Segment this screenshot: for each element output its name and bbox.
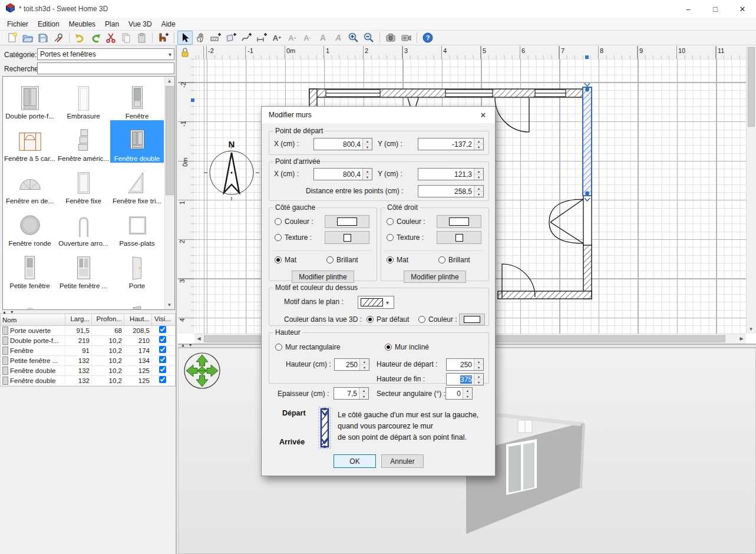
new-document-icon[interactable] [5,31,20,45]
redo-icon[interactable] [88,31,103,45]
start-y-spinner[interactable]: -137,2 ▲▼ [418,138,484,150]
catalog-item[interactable]: Fenêtre à 5 car... [3,120,57,163]
spin-up-icon[interactable]: ▲ [474,138,483,144]
spin-up-icon[interactable]: ▲ [474,359,483,365]
catalog-item[interactable] [110,290,164,310]
left-shiny-radio[interactable] [326,256,334,263]
visible-checkbox[interactable] [159,346,166,353]
spin-down-icon[interactable]: ▼ [474,144,483,150]
catalog-item[interactable]: Fenêtre en de... [3,163,57,205]
start-x-spinner[interactable]: 800,4 ▲▼ [313,138,372,150]
rectangular-wall-radio[interactable] [275,344,282,351]
zoom-out-icon[interactable] [361,31,377,45]
italic-icon[interactable]: A [331,31,346,45]
selected-wall[interactable] [583,83,592,201]
catalog-item[interactable]: Fenêtre améric... [57,120,110,163]
rect-height-spinner[interactable]: 250 ▲▼ [334,358,369,371]
catalog-item[interactable]: Fenêtre fixe tri... [110,163,164,205]
right-texture-button[interactable] [437,231,481,244]
spin-up-icon[interactable]: ▲ [474,169,483,174]
scroll-left-icon[interactable]: ◀ [194,334,203,343]
visible-checkbox[interactable] [159,356,166,363]
create-rooms-icon[interactable] [223,31,239,45]
scroll-down-icon[interactable]: ▼ [165,301,174,309]
catalog-item[interactable]: Porte [110,248,164,290]
spin-up-icon[interactable]: ▲ [474,374,483,380]
spin-down-icon[interactable]: ▼ [474,380,483,385]
cancel-button[interactable]: Annuler [381,454,424,468]
visible-checkbox[interactable] [159,336,166,343]
spin-up-icon[interactable]: ▲ [363,138,372,144]
dialog-close-icon[interactable]: ✕ [471,107,495,123]
spin-down-icon[interactable]: ▼ [474,192,483,197]
spin-down-icon[interactable]: ▼ [363,144,372,150]
catalog-item[interactable]: Passe-plats [110,205,164,248]
end-height-spinner[interactable]: 375 ▲▼ [446,373,484,385]
spin-down-icon[interactable]: ▼ [363,174,372,180]
cut-icon[interactable] [103,31,118,45]
catalog-item[interactable]: Fenêtre [110,78,164,120]
right-texture-radio[interactable] [387,234,394,241]
category-dropdown[interactable]: Portes et fenêtres ▾ [37,48,174,60]
compass[interactable]: N [204,139,259,200]
table-row[interactable]: Fenêtre double 132 10,2 125 [1,366,175,376]
start-height-spinner[interactable]: 250 ▲▼ [446,358,484,371]
spin-up-icon[interactable]: ▲ [463,388,472,394]
catalog-item-selected[interactable]: Fenêtre double [110,120,164,163]
end-y-spinner[interactable]: 121,3 ▲▼ [418,168,484,180]
zoom-in-icon[interactable] [346,31,361,45]
spin-up-icon[interactable]: ▲ [360,359,369,365]
menu-edition[interactable]: Edition [33,19,64,29]
scroll-up-icon[interactable]: ▲ [165,77,174,85]
menu-fichier[interactable]: Fichier [2,19,33,29]
ok-button[interactable]: OK [334,454,376,468]
create-walls-icon[interactable] [208,31,223,45]
pan-tool-icon[interactable] [193,31,208,45]
select-tool-icon[interactable] [177,31,193,45]
catalog-item[interactable]: Embrasure [57,78,110,120]
thickness-spinner[interactable]: 7,5 ▲▼ [334,387,369,400]
catalog-item[interactable]: Double porte-f... [3,78,57,120]
spin-down-icon[interactable]: ▼ [463,394,472,399]
menu-aide[interactable]: Aide [157,19,180,29]
visible-checkbox[interactable] [159,326,166,333]
visible-checkbox[interactable] [159,376,166,383]
table-row[interactable]: Porte ouverte 91,5 68 208,5 [1,326,175,336]
left-matt-radio[interactable] [275,256,282,263]
right-color-button[interactable] [437,215,481,228]
create-photo-icon[interactable] [383,31,398,45]
table-row[interactable]: Double porte-f... 219 10,2 210 [1,336,175,346]
save-icon[interactable] [35,31,51,45]
spin-up-icon[interactable]: ▲ [474,186,483,192]
table-row[interactable]: Fenêtre 91 10,2 174 [1,346,175,356]
top-color-button[interactable] [459,314,485,325]
maximize-button[interactable]: □ [702,0,729,18]
column-hauteur[interactable]: Haut... [124,314,152,325]
catalog-item[interactable]: Fenêtre fixe [57,163,110,205]
right-matt-radio[interactable] [387,256,394,263]
menu-vue3d[interactable]: Vue 3D [124,19,157,29]
menu-meubles[interactable]: Meubles [64,19,100,29]
catalog-item[interactable] [3,290,57,310]
catalog-item[interactable]: Ouverture arro... [57,205,110,248]
help-icon[interactable]: ? [420,31,435,45]
bold-icon[interactable]: A [315,31,331,45]
scroll-down-icon[interactable]: ▼ [747,325,755,334]
lock-icon[interactable] [180,47,190,58]
create-video-icon[interactable] [398,31,414,45]
dialog-title-bar[interactable]: Modifier murs ✕ [262,107,495,123]
spin-up-icon[interactable]: ▲ [363,169,372,174]
visible-checkbox[interactable] [159,366,166,373]
column-largeur[interactable]: Larg... [65,314,92,325]
open-icon[interactable] [20,31,35,45]
left-baseboard-button[interactable]: Modifier plinthe [292,271,354,283]
plan-vertical-scrollbar[interactable]: ▼ [746,46,756,334]
create-dimensions-icon[interactable] [254,31,269,45]
undo-icon[interactable] [72,31,88,45]
scroll-right-icon[interactable]: ▶ [737,334,746,343]
column-visible[interactable]: Visi... [152,314,173,325]
catalog-item[interactable] [57,290,110,310]
splitter-handle[interactable]: ▲ ▼ [181,343,194,347]
column-nom[interactable]: Nom [1,314,65,325]
end-x-spinner[interactable]: 800,4 ▲▼ [313,168,372,180]
